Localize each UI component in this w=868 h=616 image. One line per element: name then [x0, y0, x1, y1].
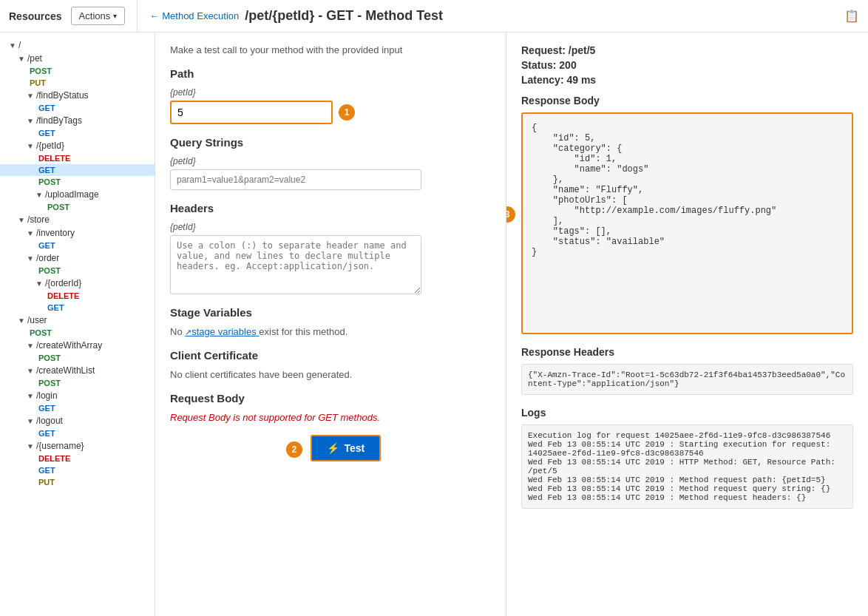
sidebar-item-pet[interactable]: ▼ /pet: [0, 52, 155, 65]
toggle-icon: ▼: [9, 41, 16, 50]
method-get-tag: GET: [35, 129, 55, 138]
response-body-section: Response Body 3 { "id": 5, "category": {…: [521, 95, 853, 334]
stage-vars-text: No ↗stage variables exist for this metho…: [170, 326, 491, 337]
client-cert-text: No client certificates have been generat…: [170, 369, 491, 380]
test-button[interactable]: ⚡ Test: [311, 435, 381, 461]
method-put-tag: PUT: [35, 478, 55, 487]
toggle-icon: ▼: [27, 92, 34, 100]
sidebar-item-login[interactable]: ▼ /login: [0, 389, 155, 402]
sidebar-item-store[interactable]: ▼ /store: [0, 213, 155, 226]
actions-button[interactable]: Actions ▾: [71, 7, 126, 25]
sidebar-item-inventory[interactable]: ▼ /inventory: [0, 226, 155, 240]
sidebar-item-username-delete[interactable]: DELETE: [0, 453, 155, 464]
method-get-tag: GET: [35, 404, 55, 413]
toggle-icon: ▼: [18, 317, 25, 325]
sidebar-item-orderId[interactable]: ▼ /{orderId}: [0, 277, 155, 290]
method-delete-tag: DELETE: [44, 291, 79, 300]
sidebar-item-createWithArray[interactable]: ▼ /createWithArray: [0, 339, 155, 352]
toggle-icon: ▼: [27, 229, 34, 237]
sidebar-item-orderId-get[interactable]: GET: [0, 302, 155, 314]
response-body-box[interactable]: { "id": 5, "category": { "id": 1, "name"…: [521, 112, 853, 334]
toggle-icon: ▼: [27, 392, 34, 400]
sidebar-item-logout[interactable]: ▼ /logout: [0, 414, 155, 427]
headers-section-title: Headers: [170, 202, 491, 214]
sidebar-item-findByTags-get[interactable]: GET: [0, 127, 155, 139]
toggle-icon: ▼: [35, 280, 43, 288]
sidebar-item-findByTags[interactable]: ▼ /findByTags: [0, 114, 155, 127]
query-section-title: Query Strings: [170, 136, 491, 149]
client-cert-section-title: Client Certificate: [170, 349, 491, 362]
method-post-tag: POST: [27, 328, 52, 337]
sidebar-item-createWithList-post[interactable]: POST: [0, 377, 155, 389]
method-put-tag: PUT: [27, 78, 46, 87]
sidebar-item-createWithArray-post[interactable]: POST: [0, 352, 155, 364]
sidebar-item-username-get[interactable]: GET: [0, 464, 155, 476]
sidebar-item-user[interactable]: ▼ /user: [0, 314, 155, 327]
toggle-icon: ▼: [27, 117, 34, 125]
path-param-label: {petId}: [170, 87, 491, 98]
latency-label: Latency: 49 ms: [521, 74, 853, 86]
sidebar-item-inventory-get[interactable]: GET: [0, 240, 155, 251]
response-headers-box: {"X-Amzn-Trace-Id":"Root=1-5c63db72-21f3…: [521, 364, 853, 395]
sidebar-item-user-post[interactable]: POST: [0, 327, 155, 339]
sidebar-item-pet-put[interactable]: PUT: [0, 77, 155, 89]
method-get-tag: GET: [35, 166, 55, 175]
request-body-section-title: Request Body: [170, 392, 491, 405]
sidebar-item-createWithList[interactable]: ▼ /createWithList: [0, 364, 155, 377]
headers-param-label: {petId}: [170, 222, 491, 232]
sidebar-item-petId-delete[interactable]: DELETE: [0, 152, 155, 164]
sidebar-item-pet-post[interactable]: POST: [0, 65, 155, 77]
page-title: /pet/{petId} - GET - Method Test: [245, 8, 443, 24]
stage-vars-link[interactable]: ↗stage variables: [185, 326, 259, 337]
query-input[interactable]: [170, 169, 421, 190]
method-get-tag: GET: [44, 303, 64, 312]
toggle-icon: ▼: [27, 367, 34, 375]
path-input[interactable]: [177, 106, 325, 118]
sidebar-item-findByStatus-get[interactable]: GET: [0, 102, 155, 114]
toggle-icon: ▼: [27, 142, 34, 150]
method-post-tag: POST: [35, 379, 61, 387]
sidebar-item-petId-get[interactable]: GET: [0, 164, 155, 176]
sidebar-item-login-get[interactable]: GET: [0, 402, 155, 414]
sidebar-item-root[interactable]: ▼ /: [0, 38, 155, 52]
headers-textarea[interactable]: [170, 235, 421, 294]
sidebar-item-petId-post[interactable]: POST: [0, 176, 155, 188]
sidebar-item-logout-get[interactable]: GET: [0, 427, 155, 439]
test-button-wrapper: 2 ⚡ Test: [170, 435, 491, 461]
content-panel: Make a test call to your method with the…: [155, 33, 506, 616]
sidebar-item-order[interactable]: ▼ /order: [0, 251, 155, 265]
back-arrow-icon: ←: [149, 10, 159, 21]
method-post-tag: POST: [44, 203, 69, 211]
top-bar: Resources Actions ▾ ← Method Execution /…: [0, 0, 868, 33]
sidebar-item-username-put[interactable]: PUT: [0, 476, 155, 488]
resources-label: Resources: [9, 10, 62, 22]
badge-2: 2: [286, 441, 302, 458]
path-section-title: Path: [170, 67, 491, 80]
response-headers-heading: Response Headers: [521, 346, 853, 358]
method-get-tag: GET: [35, 466, 55, 475]
sidebar: ▼ / ▼ /pet POST PUT ▼ /findByStatus GET …: [0, 33, 155, 616]
toggle-icon: ▼: [18, 55, 25, 63]
sidebar-item-uploadImage-post[interactable]: POST: [0, 201, 155, 213]
toggle-icon: ▼: [27, 342, 34, 350]
sidebar-item-petId[interactable]: ▼ /{petId}: [0, 139, 155, 152]
sidebar-item-username[interactable]: ▼ /{username}: [0, 439, 155, 453]
sidebar-item-order-post[interactable]: POST: [0, 265, 155, 277]
badge-1: 1: [339, 104, 355, 121]
stage-vars-section-title: Stage Variables: [170, 306, 491, 319]
method-post-tag: POST: [35, 177, 61, 186]
method-get-tag: GET: [35, 104, 55, 112]
subtitle: Make a test call to your method with the…: [170, 44, 491, 55]
caret-icon: ▾: [113, 12, 117, 20]
sidebar-item-uploadImage[interactable]: ▼ /uploadImage: [0, 188, 155, 201]
method-post-tag: POST: [27, 67, 52, 75]
sidebar-item-findByStatus[interactable]: ▼ /findByStatus: [0, 89, 155, 102]
response-body-heading: Response Body: [521, 95, 853, 106]
status-label: Status: 200: [521, 59, 853, 71]
main-layout: ▼ / ▼ /pet POST PUT ▼ /findByStatus GET …: [0, 33, 868, 616]
request-body-text: Request Body is not supported for GET me…: [170, 412, 491, 423]
logs-heading: Logs: [521, 407, 853, 419]
back-link[interactable]: ← Method Execution: [149, 10, 239, 21]
copy-icon[interactable]: 📋: [844, 9, 859, 23]
sidebar-item-orderId-delete[interactable]: DELETE: [0, 290, 155, 302]
